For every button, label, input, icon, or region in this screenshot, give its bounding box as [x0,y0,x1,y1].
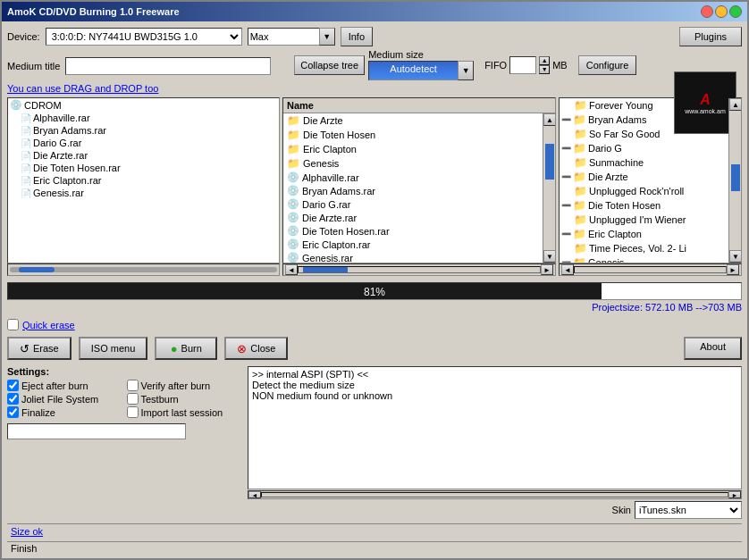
tree-item[interactable]: 📄 Eric Clapton.rar [8,174,279,187]
log-hscroll[interactable]: ◄ ► [248,490,742,499]
right-hscroll-right[interactable]: ► [727,264,739,275]
speed-dropdown-btn[interactable]: ▼ [319,28,335,46]
right-tree-item[interactable]: 📁 Sunmachine [560,155,728,170]
scroll-down-arrow[interactable]: ▼ [543,250,555,263]
tree-item[interactable]: 📄 Alphaville.rar [8,112,279,124]
center-vscroll[interactable]: ▲ ▼ [543,113,555,263]
info-button[interactable]: Info [341,27,373,46]
fifo-down-btn[interactable]: ▼ [539,65,550,74]
folder-item[interactable]: 📁 Die Arzte [283,113,543,128]
right-panel-hscroll[interactable]: ◄ ► [559,263,742,276]
right-tree-item[interactable]: ➖📁 Die Arzte [560,170,728,184]
right-tree-item[interactable]: 📁 So Far So Good [560,127,728,141]
autodetect-value: Autodetect [368,61,458,80]
minimize-button[interactable] [715,5,728,18]
burn-button[interactable]: ● Burn [155,337,217,360]
right-tree-item[interactable]: 📁 Unplugged Rock'n'roll [560,184,728,198]
right-scroll-up[interactable]: ▲ [729,98,741,111]
hscroll-left-btn[interactable]: ◄ [285,264,298,275]
settings-finalize[interactable]: Finalize [7,406,125,418]
right-tree-item[interactable]: 📁 Unplugged I'm Wiener [560,213,728,227]
tree-item[interactable]: 📄 Die Arzte.rar [8,149,279,162]
settings-joliet[interactable]: Joliet File System [7,393,125,405]
right-tree-item[interactable]: ➖📁 Bryan Adams [560,113,728,127]
scroll-up-arrow[interactable]: ▲ [543,113,555,126]
quick-erase-label[interactable]: Quick erase [22,320,75,330]
action-buttons: ↺ Erase ISO menu ● Burn ⊗ Close About [7,337,742,360]
folder-item[interactable]: 📁 Die Toten Hosen [283,128,543,142]
minus-icon: ➖ [561,230,571,238]
file-item[interactable]: 💿 Eric Clapton.rar [283,238,543,251]
close-button[interactable] [701,5,713,18]
settings-test[interactable]: Testburn [127,393,245,405]
test-checkbox[interactable] [127,393,139,405]
file-folders: 📁 Die Arzte📁 Die Toten Hosen📁 Eric Clapt… [283,113,543,171]
title-bar: AmoK CD/DVD Burning 1.0 Freeware [2,2,747,21]
log-scroll-right[interactable]: ► [728,491,741,498]
about-button[interactable]: About [684,337,742,360]
right-tree-item[interactable]: 📁 Forever Young [560,98,728,113]
skin-row: Skin iTunes.skn [248,501,742,519]
fifo-input[interactable]: 16 [509,56,536,74]
eject-checkbox[interactable] [7,380,19,391]
medium-title-input[interactable]: CDROM [65,57,271,75]
settings-eject[interactable]: Eject after burn [7,380,125,391]
right-hscroll-left[interactable]: ◄ [561,264,574,275]
settings-import[interactable]: Import last session [127,406,245,418]
settings-verify[interactable]: Verify after burn [127,380,245,391]
status-input[interactable] [7,423,186,439]
fifo-spinner[interactable]: ▲ ▼ [539,56,550,74]
maximize-button[interactable] [729,5,742,18]
center-panel-hscroll[interactable]: ◄ ► [282,263,556,276]
left-panel-hscroll[interactable] [7,263,280,276]
tree-item[interactable]: 📄 Bryan Adams.rar [8,124,279,137]
log-scroll-left[interactable]: ◄ [248,491,261,498]
size-ok-text[interactable]: Size ok [11,526,43,537]
quick-erase-checkbox[interactable] [7,319,19,330]
folder-item[interactable]: 📁 Eric Clapton [283,142,543,156]
progress-label: 81% [8,283,741,301]
file-item[interactable]: 💿 Genesis.rar [283,251,543,263]
speed-input[interactable] [248,28,319,46]
folder-item[interactable]: 📁 Genesis [283,156,543,171]
finalize-checkbox[interactable] [7,406,19,418]
cd-icon: 💿 [287,238,299,250]
file-item[interactable]: 💿 Die Arzte.rar [283,211,543,224]
right-vscroll[interactable]: ▲ ▼ [728,98,741,263]
window-controls[interactable] [701,5,742,18]
joliet-checkbox[interactable] [7,393,19,405]
folder-icon: 📁 [573,113,586,126]
tree-item[interactable]: 📄 Dario G.rar [8,137,279,149]
skin-select[interactable]: iTunes.skn [635,501,742,519]
plugins-button[interactable]: Plugins [679,27,742,46]
tree-root[interactable]: 💿 CDROM [8,98,279,112]
verify-checkbox[interactable] [127,380,139,391]
collapse-tree-button[interactable]: Collapse tree [294,55,365,75]
device-select[interactable]: 3:0:0:D: NY7441U BWD315G 1.0 [46,28,242,46]
right-tree-item[interactable]: ➖📁 Dario G [560,141,728,155]
autodetect-combo[interactable]: Autodetect ▼ [368,61,474,80]
iso-menu-button[interactable]: ISO menu [79,337,148,360]
right-tree-item[interactable]: 📁 Time Pieces, Vol. 2- Li [560,241,728,255]
right-scroll-down[interactable]: ▼ [729,250,741,263]
configure-button[interactable]: Configure [578,55,637,75]
cd-icon: 💿 [287,225,299,237]
right-tree-item[interactable]: ➖📁 Genesis [560,255,728,263]
fifo-up-btn[interactable]: ▲ [539,56,550,65]
progress-section: 81% Projectsize: 572.10 MB -->703 MB [7,282,742,313]
tree-item[interactable]: 📄 Genesis.rar [8,187,279,199]
fifo-unit-label: MB [552,60,568,71]
file-item[interactable]: 💿 Die Toten Hosen.rar [283,224,543,238]
speed-combo[interactable]: ▼ [248,28,335,46]
close-app-button[interactable]: ⊗ Close [224,337,288,360]
import-checkbox[interactable] [127,406,139,418]
tree-item[interactable]: 📄 Die Toten Hosen.rar [8,162,279,174]
file-item[interactable]: 💿 Bryan Adams.rar [283,184,543,197]
right-tree-item[interactable]: ➖📁 Die Toten Hosen [560,198,728,213]
right-tree-item[interactable]: ➖📁 Eric Clapton [560,227,728,241]
autodetect-dropdown-btn[interactable]: ▼ [458,61,474,80]
hscroll-right-btn[interactable]: ► [541,264,553,275]
erase-button[interactable]: ↺ Erase [7,337,72,360]
file-item[interactable]: 💿 Alphaville.rar [283,171,543,184]
file-item[interactable]: 💿 Dario G.rar [283,197,543,211]
